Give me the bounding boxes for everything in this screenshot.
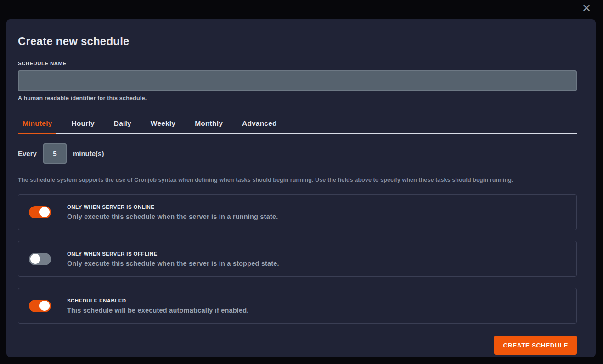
toggle-knob [30, 254, 40, 264]
only-online-card: ONLY WHEN SERVER IS ONLINE Only execute … [18, 194, 577, 230]
only-online-label: ONLY WHEN SERVER IS ONLINE [67, 204, 278, 210]
dialog-title: Create new schedule [18, 35, 577, 48]
schedule-enabled-description: This schedule will be executed automatic… [67, 307, 249, 314]
toggle-knob [39, 207, 50, 217]
schedule-enabled-label: SCHEDULE ENABLED [67, 298, 249, 303]
schedule-name-input[interactable] [18, 70, 577, 91]
create-schedule-button[interactable]: CREATE SCHEDULE [494, 336, 577, 355]
only-online-toggle[interactable] [29, 206, 51, 218]
toggle-knob [39, 301, 50, 311]
tab-daily[interactable]: Daily [109, 116, 136, 134]
schedule-name-helper: A human readable identifier for this sch… [18, 95, 577, 101]
dialog-footer: CREATE SCHEDULE [18, 336, 577, 355]
tab-hourly[interactable]: Hourly [67, 116, 99, 134]
only-offline-description: Only execute this schedule when the serv… [67, 260, 279, 267]
interval-suffix-label: minute(s) [73, 150, 104, 157]
create-schedule-dialog: Create new schedule SCHEDULE NAME A huma… [6, 19, 596, 357]
tab-monthly[interactable]: Monthly [190, 116, 227, 134]
schedule-enabled-card: SCHEDULE ENABLED This schedule will be e… [18, 288, 577, 324]
schedule-frequency-tabs: Minutely Hourly Daily Weekly Monthly Adv… [18, 116, 577, 134]
only-online-description: Only execute this schedule when the serv… [67, 213, 278, 220]
schedule-name-group: SCHEDULE NAME A human readable identifie… [18, 61, 577, 101]
interval-minutes-input[interactable] [43, 143, 67, 164]
schedule-enabled-toggle[interactable] [29, 300, 51, 312]
tab-advanced[interactable]: Advanced [237, 116, 282, 134]
interval-row: Every minute(s) [18, 143, 577, 164]
tab-minutely[interactable]: Minutely [18, 116, 56, 134]
only-offline-label: ONLY WHEN SERVER IS OFFLINE [67, 251, 279, 257]
tab-weekly[interactable]: Weekly [146, 116, 180, 134]
close-icon[interactable]: ✕ [582, 3, 591, 14]
cron-syntax-note: The schedule system supports the use of … [18, 177, 577, 183]
only-offline-card: ONLY WHEN SERVER IS OFFLINE Only execute… [18, 241, 577, 277]
interval-prefix-label: Every [18, 150, 37, 157]
schedule-name-label: SCHEDULE NAME [18, 61, 577, 66]
only-offline-toggle[interactable] [29, 253, 51, 265]
